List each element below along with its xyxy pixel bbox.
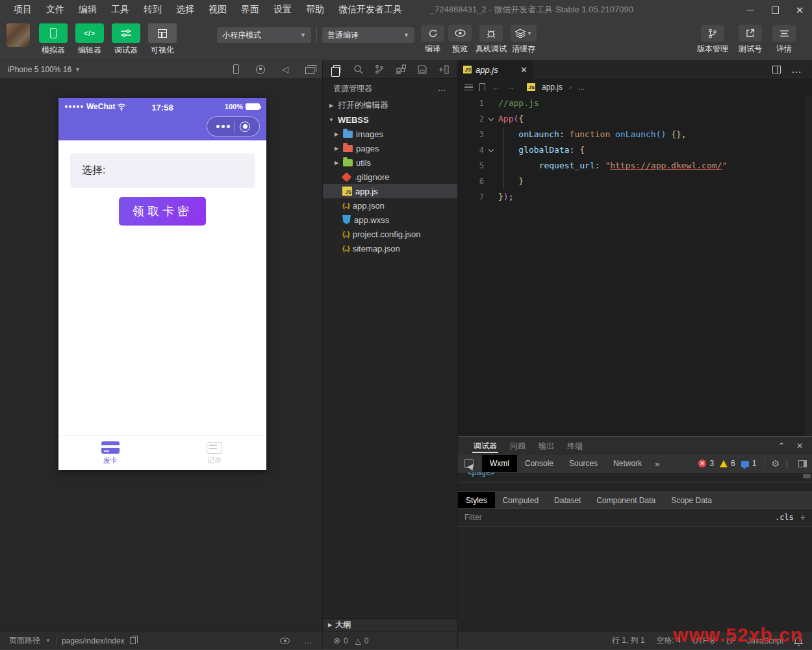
editor-more-icon[interactable]: … — [791, 64, 803, 75]
tab-scope-data[interactable]: Scope Data — [663, 492, 720, 508]
menu-interface[interactable]: 界面 — [234, 4, 266, 16]
rotate-device-icon[interactable] — [233, 64, 239, 74]
more-dots-icon[interactable] — [216, 125, 230, 128]
open-editors-section[interactable]: ▶打开的编辑器 — [323, 98, 457, 112]
menu-view[interactable]: 视图 — [201, 4, 234, 16]
wxml-tree-clipped[interactable]: <page> — [458, 473, 812, 483]
clear-cache-button[interactable]: ▼ 清缓存 — [511, 25, 537, 55]
close-tab-icon[interactable]: ✕ — [520, 65, 527, 75]
minimize-button[interactable] — [738, 0, 763, 20]
tab-output[interactable]: 输出 — [532, 437, 561, 455]
forward-icon[interactable]: → — [507, 83, 515, 92]
tab-problems[interactable]: 问题 — [503, 437, 532, 455]
collapse-panel-icon[interactable]: ⌃ — [778, 441, 785, 450]
gear-icon[interactable]: ⚙ — [771, 458, 780, 469]
cursor-position[interactable]: 行 1, 列 1 — [612, 635, 645, 646]
folder-pages[interactable]: ▶pages — [323, 141, 457, 155]
tab-terminal[interactable]: 终端 — [561, 437, 589, 455]
select-field[interactable]: 选择: — [70, 153, 255, 188]
save-icon[interactable] — [416, 64, 428, 75]
details-button[interactable]: 详情 — [772, 25, 796, 55]
version-control-button[interactable]: 版本管理 — [697, 25, 728, 55]
compile-button[interactable]: 编译 — [421, 25, 444, 55]
message-count[interactable]: 1 — [752, 459, 757, 468]
add-style-icon[interactable]: + — [800, 512, 806, 523]
minimize-capsule-icon[interactable] — [240, 122, 250, 132]
visualizer-toggle-button[interactable]: 可视化 — [147, 23, 178, 56]
more-tabs-icon[interactable]: » — [650, 459, 665, 469]
breadcrumb-file[interactable]: app.js — [542, 83, 563, 92]
project-root-section[interactable]: ▼WEBSS — [323, 112, 457, 127]
editor-toggle-button[interactable]: </> 编辑器 — [74, 23, 105, 56]
file-appjson[interactable]: {..}app.json — [323, 198, 457, 213]
test-account-button[interactable]: 测试号 — [739, 25, 762, 55]
menu-settings[interactable]: 设置 — [266, 4, 299, 16]
explorer-more-icon[interactable]: … — [438, 84, 447, 93]
file-appjs[interactable]: JSapp.js — [323, 184, 457, 198]
close-button[interactable]: ✕ — [787, 0, 812, 20]
dom-node-page[interactable]: <page> — [467, 473, 495, 477]
menu-help[interactable]: 帮助 — [299, 4, 331, 16]
mode-dropdown[interactable]: 小程序模式 ▼ — [217, 27, 311, 43]
devtools-tab-sources[interactable]: Sources — [561, 455, 605, 472]
cls-toggle[interactable]: .cls — [775, 513, 794, 522]
file-appwxss[interactable]: app.wxss — [323, 213, 457, 227]
maximize-button[interactable] — [763, 0, 787, 20]
tab-debugger[interactable]: 调试器 — [467, 437, 503, 455]
warning-count[interactable]: 6 — [731, 459, 735, 468]
tab-records[interactable]: 记录 — [162, 436, 266, 470]
back-icon[interactable]: ← — [492, 83, 500, 92]
user-avatar[interactable] — [6, 23, 30, 47]
tab-issue-card[interactable]: 发卡 — [58, 436, 162, 470]
git-icon[interactable] — [374, 64, 385, 75]
menu-file[interactable]: 文件 — [39, 4, 71, 16]
error-count[interactable]: 3 — [709, 459, 714, 468]
device-selector[interactable]: iPhone 5 100% 16 — [8, 65, 71, 74]
preview-button[interactable]: 预览 — [448, 25, 472, 55]
fold-icon[interactable] — [488, 115, 494, 120]
debugger-toggle-button[interactable]: 调试器 — [110, 23, 142, 56]
extensions-icon[interactable] — [395, 64, 407, 75]
problems-summary[interactable]: ⊗ 0 △ 0 — [323, 631, 457, 649]
menu-tools[interactable]: 工具 — [104, 4, 136, 16]
devtools-tab-console[interactable]: Console — [517, 455, 561, 472]
menu-wechat-devtools[interactable]: 微信开发者工具 — [331, 4, 409, 16]
folder-images[interactable]: ▶images — [323, 127, 457, 141]
menu-select[interactable]: 选择 — [169, 4, 201, 16]
copy-icon[interactable] — [130, 637, 136, 644]
get-card-button[interactable]: 领取卡密 — [119, 197, 206, 226]
bookmark-icon[interactable] — [479, 83, 485, 91]
wxml-scrollbar[interactable] — [803, 474, 811, 478]
tab-dataset[interactable]: Dataset — [546, 492, 589, 508]
more-options-icon[interactable]: … — [304, 636, 313, 645]
devtools-tab-network[interactable]: Network — [605, 455, 650, 472]
kebab-menu-icon[interactable]: ⋮ — [783, 459, 791, 469]
close-panel-icon[interactable]: ✕ — [796, 441, 803, 450]
tab-component-data[interactable]: Component Data — [589, 492, 663, 508]
fold-icon[interactable] — [488, 146, 494, 151]
file-projectconfig[interactable]: {..}project.config.json — [323, 227, 457, 241]
sound-icon[interactable]: ◁ — [282, 64, 288, 74]
page-path-selector[interactable]: 页面路径 — [9, 635, 40, 646]
simulator-toggle-button[interactable]: 模拟器 — [38, 23, 69, 56]
eye-icon[interactable] — [280, 638, 290, 644]
breadcrumb-more[interactable]: ... — [578, 83, 585, 92]
inspect-element-icon[interactable] — [464, 459, 474, 468]
editor-scrollbar[interactable] — [806, 96, 812, 436]
collapse-sidebar-icon[interactable] — [438, 64, 450, 75]
code-editor[interactable]: 1//app.js 2App({ 3 onLaunch: function on… — [458, 96, 812, 436]
tab-computed[interactable]: Computed — [495, 492, 546, 508]
menu-goto[interactable]: 转到 — [136, 4, 169, 16]
search-icon[interactable] — [352, 64, 364, 75]
files-icon[interactable] — [331, 64, 342, 75]
record-icon[interactable] — [256, 65, 265, 74]
menu-edit[interactable]: 编辑 — [71, 4, 104, 16]
split-editor-icon[interactable] — [772, 66, 781, 73]
file-sitemap[interactable]: {..}sitemap.json — [323, 241, 457, 255]
filter-input[interactable] — [464, 513, 775, 522]
compile-mode-dropdown[interactable]: 普通编译 ▼ — [322, 27, 414, 43]
float-window-icon[interactable] — [305, 67, 314, 74]
outline-section[interactable]: ▶大纲 — [323, 618, 457, 631]
menu-project[interactable]: 项目 — [6, 4, 39, 16]
outline-list-icon[interactable] — [464, 84, 473, 90]
